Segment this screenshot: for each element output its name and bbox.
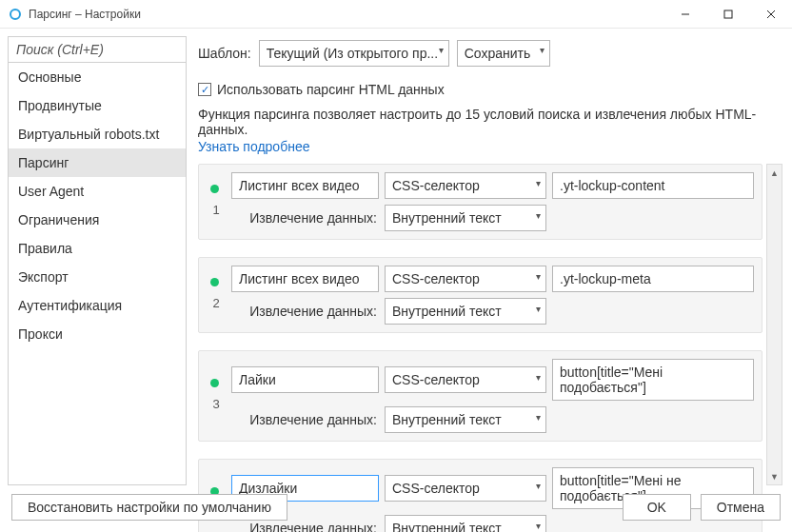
status-dot-icon [210, 185, 219, 193]
sidebar-item-parsing[interactable]: Парсинг [9, 148, 186, 177]
sidebar-item-auth[interactable]: Аутентификация [9, 291, 186, 320]
sidebar-item-rules[interactable]: Правила [9, 234, 186, 263]
rule-selector-input[interactable]: .yt-lockup-meta [552, 266, 754, 292]
restore-defaults-button[interactable]: Восстановить настройки по умолчанию [11, 494, 287, 521]
rule-name-input[interactable]: Лайки [231, 366, 379, 393]
close-button[interactable] [749, 0, 792, 29]
rule-number: 2 [207, 296, 226, 310]
enable-parsing-label: Использовать парсинг HTML данных [217, 82, 445, 97]
rule-mode-select[interactable]: CSS-селектор [385, 366, 546, 393]
titlebar: Парсинг – Настройки [0, 0, 792, 29]
rule-row: 1 Листинг всех видео CSS-селектор .yt-lo… [198, 164, 762, 240]
footer: Восстановить настройки по умолчанию OK О… [0, 488, 792, 526]
description-text: Функция парсинга позволяет настроить до … [198, 107, 782, 137]
rule-selector-input[interactable]: .yt-lockup-content [552, 172, 754, 199]
rule-name-input[interactable]: Листинг всех видео [231, 266, 379, 292]
window-title: Парсинг – Настройки [29, 8, 141, 21]
rule-mode-select[interactable]: CSS-селектор [385, 172, 546, 199]
rule-number: 3 [207, 397, 226, 411]
extraction-label: Извлечение данных: [231, 412, 379, 427]
rule-selector-input[interactable]: button[title="Мені подобається"] [552, 359, 754, 401]
main-panel: Шаблон: Текущий (Из открытого пр... Сохр… [187, 29, 792, 485]
sidebar: Поиск (Ctrl+E) Основные Продвинутые Вирт… [8, 36, 187, 485]
search-input[interactable]: Поиск (Ctrl+E) [9, 37, 186, 63]
cancel-button[interactable]: Отмена [701, 494, 781, 521]
sidebar-item-main[interactable]: Основные [9, 63, 186, 91]
ok-button[interactable]: OK [623, 494, 691, 521]
sidebar-item-robots[interactable]: Виртуальный robots.txt [9, 120, 186, 148]
rule-mode-select[interactable]: CSS-селектор [385, 266, 546, 292]
minimize-button[interactable] [663, 0, 706, 29]
extraction-label: Извлечение данных: [231, 210, 379, 226]
rule-row: 2 Листинг всех видео CSS-селектор .yt-lo… [198, 257, 762, 333]
template-label: Шаблон: [198, 46, 251, 61]
sidebar-item-advanced[interactable]: Продвинутые [9, 91, 186, 120]
sidebar-item-user-agent[interactable]: User Agent [9, 177, 186, 206]
scroll-up-icon[interactable]: ▲ [767, 165, 782, 181]
nav-list: Основные Продвинутые Виртуальный robots.… [9, 63, 186, 484]
rule-number: 1 [207, 203, 226, 217]
rules-list: 1 Листинг всех видео CSS-селектор .yt-lo… [198, 164, 762, 485]
scrollbar[interactable]: ▲ ▼ [766, 164, 782, 485]
app-icon [8, 7, 23, 22]
learn-more-link[interactable]: Узнать подробнее [198, 139, 782, 154]
svg-point-0 [10, 10, 20, 19]
status-dot-icon [210, 379, 219, 387]
sidebar-item-export[interactable]: Экспорт [9, 263, 186, 291]
svg-rect-2 [724, 10, 732, 18]
maximize-button[interactable] [706, 0, 749, 29]
extraction-label: Извлечение данных: [231, 304, 379, 319]
sidebar-item-limits[interactable]: Ограничения [9, 206, 186, 234]
enable-parsing-checkbox[interactable]: ✓ [198, 83, 211, 96]
rule-extract-select[interactable]: Внутренний текст [385, 406, 546, 433]
rule-name-input[interactable]: Листинг всех видео [231, 172, 379, 199]
rule-extract-select[interactable]: Внутренний текст [385, 298, 546, 325]
status-dot-icon [210, 278, 219, 286]
rule-extract-select[interactable]: Внутренний текст [385, 205, 546, 231]
save-button[interactable]: Сохранить [457, 40, 551, 67]
sidebar-item-proxy[interactable]: Прокси [9, 320, 186, 348]
scroll-down-icon[interactable]: ▼ [767, 468, 782, 484]
rule-row: 3 Лайки CSS-селектор button[title="Мені … [198, 350, 762, 442]
template-select[interactable]: Текущий (Из открытого пр... [259, 40, 449, 67]
